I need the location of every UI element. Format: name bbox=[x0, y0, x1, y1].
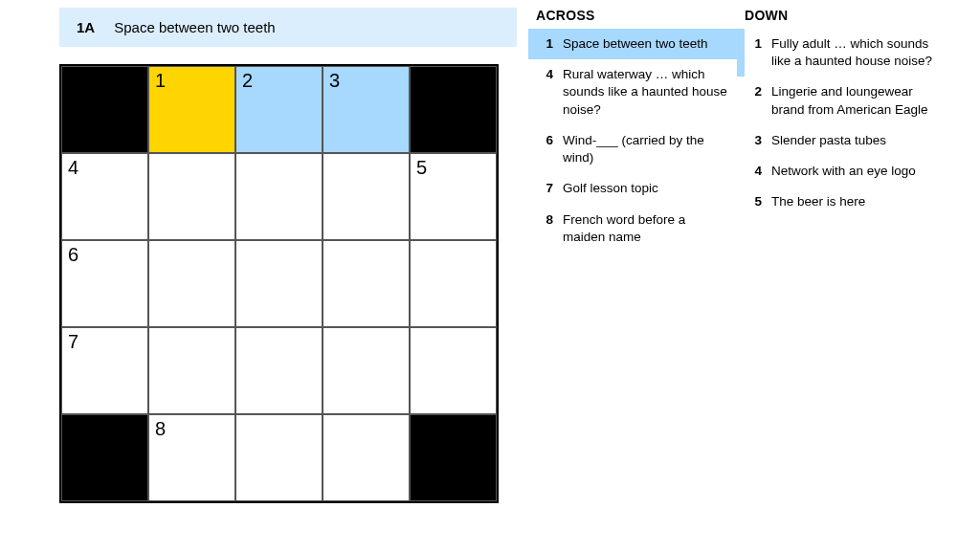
clue-number: 6 bbox=[536, 132, 563, 166]
grid-cell[interactable] bbox=[410, 327, 497, 414]
down-clue-item[interactable]: 5The beer is here bbox=[737, 187, 946, 217]
cell-number: 8 bbox=[155, 418, 166, 440]
grid-cell[interactable]: 8 bbox=[148, 414, 235, 501]
current-clue-bar[interactable]: 1A Space between two teeth bbox=[59, 8, 517, 47]
cell-number: 4 bbox=[68, 157, 78, 179]
cell-number: 7 bbox=[68, 331, 78, 353]
clue-text: The beer is here bbox=[771, 193, 938, 210]
cell-number: 1 bbox=[155, 70, 166, 92]
across-list-scroll[interactable]: 1Space between two teeth4Rural waterway … bbox=[528, 29, 737, 526]
crossword-grid: 12345678 bbox=[59, 64, 499, 503]
grid-cell[interactable] bbox=[148, 153, 235, 240]
grid-cell[interactable] bbox=[148, 240, 235, 327]
grid-cell[interactable]: 1 bbox=[148, 66, 235, 153]
clue-number: 2 bbox=[745, 83, 771, 118]
clue-number: 4 bbox=[745, 163, 771, 180]
across-clue-item[interactable]: 4Rural waterway … which sounds like a ha… bbox=[528, 59, 737, 125]
grid-cell[interactable] bbox=[323, 153, 410, 240]
grid-cell[interactable] bbox=[235, 153, 323, 240]
grid-cell[interactable] bbox=[235, 414, 323, 501]
clue-number: 1 bbox=[745, 35, 771, 70]
grid-cell[interactable] bbox=[323, 327, 410, 414]
clue-text: Slender pasta tubes bbox=[771, 132, 938, 149]
clue-text: French word before a maiden name bbox=[563, 211, 729, 246]
grid-cell[interactable] bbox=[235, 327, 323, 414]
across-clue-item[interactable]: 8French word before a maiden name bbox=[528, 205, 737, 253]
grid-cell[interactable] bbox=[235, 240, 323, 327]
crossword-container: 1A Space between two teeth 12345678 ACRO… bbox=[0, 0, 980, 526]
grid-cell-black bbox=[410, 66, 497, 153]
down-list-scroll[interactable]: 1Fully adult … which sounds like a haunt… bbox=[737, 29, 946, 526]
current-clue-label: 1A bbox=[77, 19, 95, 35]
clues-panel: ACROSS 1Space between two teeth4Rural wa… bbox=[517, 8, 980, 526]
down-clue-item[interactable]: 2Lingerie and loungewear brand from Amer… bbox=[737, 77, 946, 124]
grid-cell[interactable]: 4 bbox=[61, 153, 148, 240]
clue-text: Wind-___ (carried by the wind) bbox=[563, 132, 729, 166]
clue-text: Rural waterway … which sounds like a hau… bbox=[563, 66, 729, 119]
across-clue-item[interactable]: 1Space between two teeth bbox=[528, 29, 737, 59]
down-clue-item[interactable]: 3Slender pasta tubes bbox=[737, 125, 946, 156]
down-list: 1Fully adult … which sounds like a haunt… bbox=[737, 29, 946, 218]
clue-text: Space between two teeth bbox=[563, 35, 729, 53]
clue-number: 1 bbox=[536, 35, 563, 53]
clue-number: 8 bbox=[536, 211, 563, 246]
current-clue-text: Space between two teeth bbox=[114, 19, 275, 35]
grid-cell[interactable] bbox=[410, 240, 497, 327]
clue-number: 5 bbox=[745, 193, 771, 210]
cell-number: 2 bbox=[242, 70, 253, 92]
grid-cell[interactable]: 7 bbox=[61, 327, 148, 414]
left-panel: 1A Space between two teeth 12345678 bbox=[0, 8, 517, 526]
grid-cell[interactable]: 5 bbox=[410, 153, 497, 240]
grid-cell[interactable]: 3 bbox=[323, 66, 410, 153]
clue-number: 4 bbox=[536, 66, 563, 119]
clue-text: Network with an eye logo bbox=[771, 163, 938, 180]
grid-cell[interactable] bbox=[148, 327, 235, 414]
grid-cell[interactable]: 2 bbox=[235, 66, 323, 153]
grid-cell-black bbox=[410, 414, 497, 501]
clue-text: Lingerie and loungewear brand from Ameri… bbox=[771, 83, 938, 118]
grid-cell-black bbox=[61, 66, 148, 153]
down-clue-item[interactable]: 4Network with an eye logo bbox=[737, 156, 946, 187]
grid-cell[interactable] bbox=[323, 240, 410, 327]
grid-cell[interactable] bbox=[323, 414, 410, 501]
down-column: DOWN 1Fully adult … which sounds like a … bbox=[737, 8, 946, 526]
across-clue-item[interactable]: 6Wind-___ (carried by the wind) bbox=[528, 125, 737, 173]
across-column: ACROSS 1Space between two teeth4Rural wa… bbox=[528, 8, 737, 526]
cell-number: 6 bbox=[68, 244, 78, 266]
across-list: 1Space between two teeth4Rural waterway … bbox=[528, 29, 737, 253]
clue-number: 3 bbox=[745, 132, 771, 149]
grid-cell[interactable]: 6 bbox=[61, 240, 148, 327]
clue-text: Golf lesson topic bbox=[563, 180, 729, 197]
cell-number: 5 bbox=[416, 157, 427, 179]
down-clue-item[interactable]: 1Fully adult … which sounds like a haunt… bbox=[737, 29, 946, 77]
across-clue-item[interactable]: 7Golf lesson topic bbox=[528, 173, 737, 204]
grid-cell-black bbox=[61, 414, 148, 501]
across-heading: ACROSS bbox=[528, 8, 737, 29]
clue-number: 7 bbox=[536, 180, 563, 197]
down-heading: DOWN bbox=[737, 8, 946, 29]
cell-number: 3 bbox=[329, 70, 340, 92]
clue-text: Fully adult … which sounds like a haunte… bbox=[771, 35, 938, 70]
